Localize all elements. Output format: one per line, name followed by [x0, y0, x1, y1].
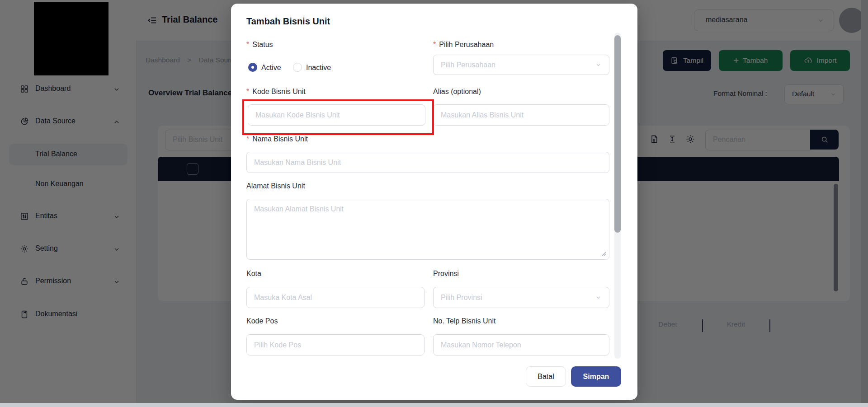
required-asterisk: * — [246, 135, 249, 143]
provinsi-select[interactable]: Pilih Provinsi — [433, 287, 609, 308]
perusahaan-select[interactable]: Pilih Perusahaan — [433, 55, 609, 75]
save-button[interactable]: Simpan — [571, 366, 621, 387]
annotation-highlight-box — [242, 99, 434, 135]
modal-scrollbar-thumb[interactable] — [614, 35, 621, 233]
window-bottom-strip — [0, 403, 868, 407]
alias-input[interactable] — [433, 104, 609, 126]
radio-active-label[interactable]: Active — [261, 64, 281, 72]
telp-input[interactable] — [433, 334, 609, 356]
kota-input[interactable] — [246, 287, 425, 308]
required-asterisk: * — [433, 41, 436, 48]
alias-label: Alias (optional) — [433, 88, 481, 96]
kode-pos-label: Kode Pos — [246, 317, 278, 325]
radio-active[interactable] — [248, 63, 257, 72]
alamat-label: Alamat Bisnis Unit — [246, 182, 305, 190]
cancel-button[interactable]: Batal — [526, 366, 566, 387]
nama-label: *Nama Bisnis Unit — [246, 135, 308, 143]
perusahaan-label: *Pilih Perusahaan — [433, 41, 494, 49]
alamat-textarea[interactable] — [246, 199, 609, 260]
telp-label: No. Telp Bisnis Unit — [433, 317, 495, 325]
app-root: Dashboard Data Source Trial Balance Non … — [0, 0, 868, 407]
status-label: *Status — [246, 41, 273, 49]
required-asterisk: * — [246, 41, 249, 48]
nama-bisnis-unit-input[interactable] — [246, 152, 609, 173]
modal-title: Tambah Bisnis Unit — [246, 16, 330, 27]
required-asterisk: * — [246, 88, 249, 95]
tambah-bisnis-unit-modal: Tambah Bisnis Unit *Status *Pilih Perusa… — [231, 4, 637, 400]
provinsi-label: Provinsi — [433, 270, 459, 278]
provinsi-placeholder: Pilih Provinsi — [441, 294, 595, 302]
kode-label: *Kode Bisnis Unit — [246, 88, 306, 96]
kode-pos-input[interactable] — [246, 334, 425, 356]
radio-inactive-label[interactable]: Inactive — [306, 64, 331, 72]
kota-label: Kota — [246, 270, 261, 278]
perusahaan-placeholder: Pilih Perusahaan — [441, 61, 595, 69]
chevron-down-icon — [595, 61, 602, 68]
radio-inactive[interactable] — [293, 63, 302, 72]
chevron-down-icon — [595, 294, 602, 301]
